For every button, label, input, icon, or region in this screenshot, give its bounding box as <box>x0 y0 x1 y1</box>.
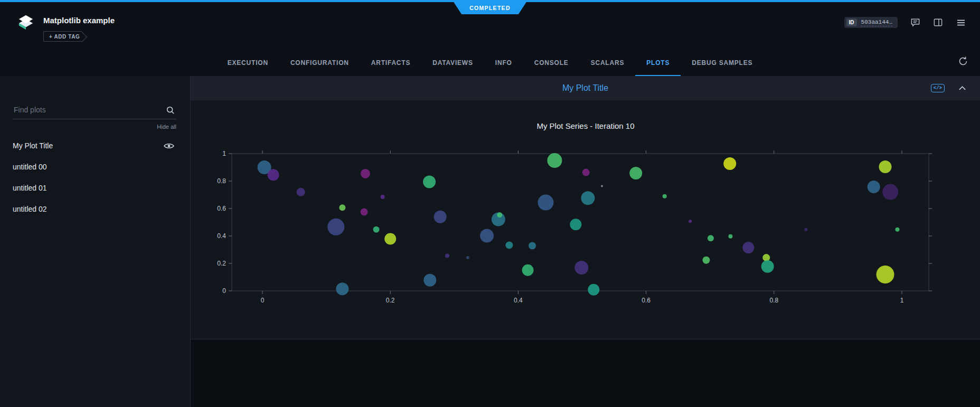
tab-scalars[interactable]: SCALARS <box>580 48 636 76</box>
search-wrap <box>13 102 176 119</box>
tab-artifacts[interactable]: ARTIFACTS <box>360 48 422 76</box>
svg-text:0.2: 0.2 <box>386 297 395 304</box>
plot-list-item[interactable]: untitled 00 <box>0 156 190 177</box>
svg-text:0.4: 0.4 <box>217 232 226 240</box>
comment-icon[interactable] <box>910 17 920 27</box>
scatter-chart[interactable]: 00.20.40.60.8100.20.40.60.81 <box>195 146 976 323</box>
header-right: ID 503aa144… <box>844 17 966 28</box>
svg-text:0.6: 0.6 <box>642 297 651 304</box>
id-label: ID <box>846 18 857 26</box>
svg-text:0: 0 <box>222 287 226 295</box>
eye-icon[interactable] <box>164 143 174 149</box>
svg-text:0.4: 0.4 <box>514 297 523 304</box>
svg-text:0: 0 <box>261 297 265 304</box>
plot-panel-header: My Plot Title </> <box>191 76 980 100</box>
plot-panel: My Plot Title </> My Plot Series - Itera… <box>191 76 980 339</box>
tab-dataviews[interactable]: DATAVIEWS <box>421 48 484 76</box>
plot-area: My Plot Series - Iteration 10 00.20.40.6… <box>191 100 980 323</box>
hide-all-link[interactable]: Hide all <box>0 124 176 130</box>
find-plots-input[interactable] <box>13 102 176 119</box>
svg-text:1: 1 <box>900 297 904 304</box>
menu-icon[interactable] <box>956 17 966 28</box>
search-icon[interactable] <box>166 106 175 115</box>
auto-refresh-icon[interactable] <box>957 55 969 69</box>
chart-title: My Plot Series - Iteration 10 <box>195 121 976 132</box>
tab-bar: EXECUTIONCONFIGURATIONARTIFACTSDATAVIEWS… <box>216 48 764 76</box>
tab-info[interactable]: INFO <box>484 48 523 76</box>
header-left: Matplotlib example + ADD TAG <box>16 13 115 42</box>
tab-console[interactable]: CONSOLE <box>523 48 580 76</box>
tab-bar-row: EXECUTIONCONFIGURATIONARTIFACTSDATAVIEWS… <box>0 48 980 76</box>
status-badge: COMPLETED <box>454 2 526 14</box>
plot-list-item[interactable]: untitled 02 <box>0 198 190 220</box>
svg-text:1: 1 <box>222 150 226 157</box>
tab-plots[interactable]: PLOTS <box>635 48 681 76</box>
main-area: Hide all My Plot Titleuntitled 00untitle… <box>0 76 980 407</box>
plot-list-item[interactable]: untitled 01 <box>0 177 190 198</box>
details-panel-icon[interactable] <box>933 17 943 27</box>
add-tag-button[interactable]: + ADD TAG <box>43 31 82 42</box>
plot-item-label: untitled 01 <box>13 184 47 192</box>
tab-debug-samples[interactable]: DEBUG SAMPLES <box>681 48 764 76</box>
svg-text:0.8: 0.8 <box>217 177 226 185</box>
plot-item-label: My Plot Title <box>13 141 53 150</box>
plot-list: My Plot Titleuntitled 00untitled 01untit… <box>0 135 190 220</box>
panel-title: My Plot Title <box>191 83 980 93</box>
collapse-panel-icon[interactable] <box>957 83 967 93</box>
svg-text:0.2: 0.2 <box>217 260 226 267</box>
tab-execution[interactable]: EXECUTION <box>216 48 279 76</box>
below-panel-filler <box>191 339 980 407</box>
svg-text:0.8: 0.8 <box>769 297 778 304</box>
embed-code-icon[interactable]: </> <box>931 84 945 92</box>
experiment-id-chip[interactable]: ID 503aa144… <box>844 17 898 28</box>
tab-configuration[interactable]: CONFIGURATION <box>279 48 360 76</box>
clearml-logo-icon <box>16 14 36 31</box>
plot-item-label: untitled 02 <box>13 205 47 213</box>
svg-text:0.6: 0.6 <box>217 205 226 212</box>
plot-list-item[interactable]: My Plot Title <box>0 135 190 156</box>
experiment-title: Matplotlib example <box>43 16 115 25</box>
plot-item-label: untitled 00 <box>13 163 47 171</box>
plots-sidebar: Hide all My Plot Titleuntitled 00untitle… <box>0 76 191 407</box>
title-block: Matplotlib example + ADD TAG <box>43 13 115 42</box>
id-value[interactable]: 503aa144… <box>861 19 892 26</box>
content-area: My Plot Title </> My Plot Series - Itera… <box>191 76 980 407</box>
